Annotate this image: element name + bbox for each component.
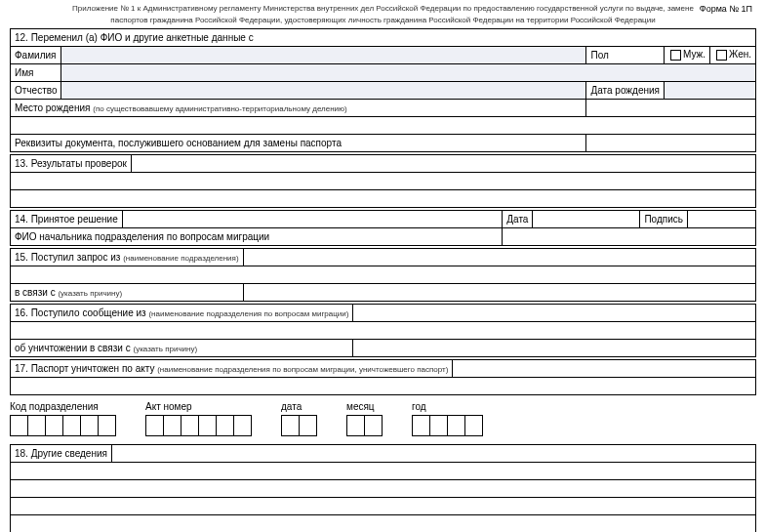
group-year: год xyxy=(412,401,483,436)
s18-row5[interactable] xyxy=(11,514,756,532)
act-cells[interactable] xyxy=(145,415,252,436)
s15-field[interactable] xyxy=(243,248,755,266)
section-12: 12. Переменил (а) ФИО и другие анкетные … xyxy=(10,28,756,152)
group-date: дата xyxy=(281,401,317,436)
s14-head-field[interactable] xyxy=(503,227,756,245)
year-label: год xyxy=(412,401,483,412)
birthplace-field[interactable] xyxy=(586,99,756,116)
sex-label: Пол xyxy=(586,46,665,63)
checkbox-male-icon[interactable] xyxy=(670,50,681,61)
header-line1: Приложение № 1 к Административному регла… xyxy=(10,4,756,14)
header-line2: паспортов гражданина Российской Федераци… xyxy=(10,16,756,25)
s17-row2[interactable] xyxy=(11,377,756,394)
s18-title: 18. Другие сведения xyxy=(11,444,112,462)
section-16: 16. Поступило сообщение из (наименование… xyxy=(10,304,756,357)
code-label: Код подразделения xyxy=(10,401,116,412)
s14-sign-label: Подпись xyxy=(640,210,688,227)
lastname-label: Фамилия xyxy=(11,46,61,63)
year-cells[interactable] xyxy=(412,415,483,436)
doc-basis-field[interactable] xyxy=(586,134,756,151)
female-label: Жен. xyxy=(729,49,751,60)
code-cells[interactable] xyxy=(10,415,116,436)
s15-title: 15. Поступил запрос из (наименование под… xyxy=(11,248,244,266)
s18-row4[interactable] xyxy=(11,497,756,514)
s16-destroy-field[interactable] xyxy=(353,339,756,356)
group-month: месяц xyxy=(346,401,383,436)
male-label: Муж. xyxy=(683,49,706,60)
s17-cells: Код подразделения Акт номер дата месяц г… xyxy=(10,401,756,436)
form-number: Форма № 1П xyxy=(700,4,752,14)
s16-title: 16. Поступило сообщение из (наименование… xyxy=(11,304,353,321)
s15-reason-label: в связи с (указать причину) xyxy=(11,283,244,301)
date-label: дата xyxy=(281,401,317,412)
checkbox-female-icon[interactable] xyxy=(716,50,727,61)
s13-field[interactable] xyxy=(131,154,755,172)
s18-field[interactable] xyxy=(111,444,755,462)
s15-row2[interactable] xyxy=(11,266,756,283)
month-label: месяц xyxy=(346,401,383,412)
birthplace-extra[interactable] xyxy=(11,116,756,134)
firstname-label: Имя xyxy=(11,63,61,81)
s16-destroy-label: об уничтожении в связи с (указать причин… xyxy=(11,339,353,356)
s14-decision-field[interactable] xyxy=(122,210,503,227)
sex-female[interactable]: Жен. xyxy=(710,46,756,63)
group-act: Акт номер xyxy=(145,401,252,436)
s18-row3[interactable] xyxy=(11,479,756,497)
section-14: 14. Принятое решение Дата Подпись ФИО на… xyxy=(10,210,756,246)
section-18: 18. Другие сведения xyxy=(10,444,756,532)
section-15: 15. Поступил запрос из (наименование под… xyxy=(10,248,756,302)
section-17: 17. Паспорт уничтожен по акту (наименова… xyxy=(10,359,756,395)
act-label: Акт номер xyxy=(145,401,252,412)
s13-title: 13. Результаты проверок xyxy=(11,154,132,172)
dob-field[interactable] xyxy=(664,81,755,99)
s14-date-label: Дата xyxy=(503,210,533,227)
s15-reason-field[interactable] xyxy=(243,283,755,301)
s16-row2[interactable] xyxy=(11,321,756,339)
month-cells[interactable] xyxy=(346,415,383,436)
sex-male[interactable]: Муж. xyxy=(664,46,709,63)
s13-row3[interactable] xyxy=(11,189,756,207)
s16-field[interactable] xyxy=(353,304,756,321)
s17-field[interactable] xyxy=(453,359,756,377)
patronymic-label: Отчество xyxy=(11,81,61,99)
group-code: Код подразделения xyxy=(10,401,116,436)
doc-basis-label: Реквизиты документа, послужившего основа… xyxy=(11,134,586,151)
s13-row2[interactable] xyxy=(11,172,756,189)
section-13: 13. Результаты проверок xyxy=(10,154,756,208)
patronymic-field[interactable] xyxy=(61,81,586,99)
s14-title: 14. Принятое решение xyxy=(11,210,123,227)
s14-head-label: ФИО начальника подразделения по вопросам… xyxy=(11,227,503,245)
s17-title: 17. Паспорт уничтожен по акту (наименова… xyxy=(11,359,453,377)
s12-title: 12. Переменил (а) ФИО и другие анкетные … xyxy=(11,28,756,46)
lastname-field[interactable] xyxy=(61,46,586,63)
date-cells[interactable] xyxy=(281,415,317,436)
firstname-field[interactable] xyxy=(61,63,756,81)
dob-label: Дата рождения xyxy=(586,81,665,99)
s14-sign-field[interactable] xyxy=(688,210,756,227)
s18-row2[interactable] xyxy=(11,462,756,479)
s14-date-field[interactable] xyxy=(533,210,640,227)
birthplace-label: Место рождения (по существовавшему админ… xyxy=(11,99,586,116)
